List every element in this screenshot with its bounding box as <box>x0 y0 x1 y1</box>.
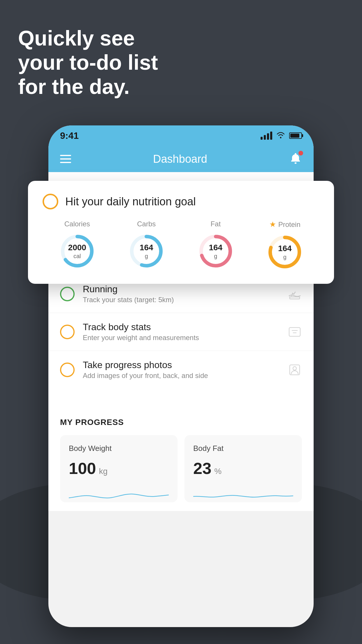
todo-text-running: Running Track your stats (target: 5km) <box>83 284 279 304</box>
progress-section: MY PROGRESS Body Weight 100 kg <box>48 406 314 511</box>
protein-value: 164 g <box>278 244 292 260</box>
header-title: Dashboard <box>153 153 207 165</box>
todo-circle-photos <box>60 363 75 377</box>
todo-name-running: Running <box>83 284 279 295</box>
todo-name-photos: Take progress photos <box>83 360 279 370</box>
todo-sub-body-stats: Enter your weight and measurements <box>83 334 279 342</box>
nutrition-card: Hit your daily nutrition goal Calories 2… <box>28 181 334 284</box>
progress-cards: Body Weight 100 kg Body Fat 23 <box>60 435 302 502</box>
body-fat-unit: % <box>214 467 222 476</box>
fat-donut: 164 g <box>197 232 235 270</box>
nutrition-carbs: Carbs 164 g <box>127 220 165 270</box>
todo-text-body-stats: Track body stats Enter your weight and m… <box>83 322 279 342</box>
fat-label: Fat <box>210 220 221 228</box>
nutrition-card-header: Hit your daily nutrition goal <box>43 194 319 209</box>
carbs-donut: 164 g <box>127 232 165 270</box>
headline-line2: your to-do list <box>18 50 158 75</box>
carbs-label: Carbs <box>137 220 156 228</box>
status-bar: 9:41 <box>48 125 314 146</box>
carbs-value: 164 g <box>140 243 153 260</box>
scale-icon <box>287 325 302 339</box>
body-weight-value: 100 kg <box>69 459 169 478</box>
progress-title: MY PROGRESS <box>60 418 302 427</box>
hamburger-menu[interactable] <box>60 155 71 163</box>
body-fat-label: Body Fat <box>193 444 293 453</box>
status-time: 9:41 <box>60 130 79 141</box>
nutrition-circles: Calories 2000 cal Carbs <box>43 220 319 271</box>
todo-list: Running Track your stats (target: 5km) T… <box>48 275 314 388</box>
svg-point-0 <box>295 162 297 164</box>
person-icon <box>287 363 302 377</box>
fat-value: 164 g <box>209 243 222 260</box>
body-fat-card[interactable]: Body Fat 23 % <box>184 435 302 502</box>
svg-rect-1 <box>289 328 300 336</box>
headline: Quickly see your to-do list for the day. <box>18 26 158 99</box>
body-weight-number: 100 <box>69 459 96 478</box>
todo-item-photos[interactable]: Take progress photos Add images of your … <box>48 351 314 388</box>
svg-point-3 <box>293 367 296 370</box>
body-weight-label: Body Weight <box>69 444 169 453</box>
calories-value: 2000 cal <box>68 243 86 260</box>
todo-item-body-stats[interactable]: Track body stats Enter your weight and m… <box>48 313 314 351</box>
signal-icon <box>261 132 272 140</box>
wifi-icon <box>276 132 285 140</box>
protein-label: ★ Protein <box>269 220 301 229</box>
status-icons <box>261 132 302 140</box>
todo-circle-body-stats <box>60 325 75 339</box>
body-weight-chart <box>69 485 169 502</box>
protein-donut: 164 g <box>266 233 304 271</box>
body-fat-chart <box>193 485 293 502</box>
body-fat-value: 23 % <box>193 459 293 478</box>
star-icon: ★ <box>269 220 276 229</box>
todo-circle-running <box>60 287 75 301</box>
nutrition-fat: Fat 164 g <box>197 220 235 270</box>
todo-name-body-stats: Track body stats <box>83 322 279 332</box>
headline-line1: Quickly see <box>18 26 158 50</box>
body-weight-card[interactable]: Body Weight 100 kg <box>60 435 178 502</box>
todo-text-photos: Take progress photos Add images of your … <box>83 360 279 380</box>
body-fat-number: 23 <box>193 459 211 478</box>
notification-dot <box>298 151 303 155</box>
todo-sub-running: Track your stats (target: 5km) <box>83 296 279 304</box>
battery-icon <box>289 132 302 139</box>
shoe-icon <box>287 287 302 301</box>
calories-donut: 2000 cal <box>58 232 96 270</box>
nutrition-calories: Calories 2000 cal <box>58 220 96 270</box>
calories-label: Calories <box>64 220 90 228</box>
body-weight-unit: kg <box>99 467 108 476</box>
nutrition-card-title: Hit your daily nutrition goal <box>65 195 196 208</box>
app-header: Dashboard <box>48 146 314 172</box>
notification-bell-icon[interactable] <box>289 152 302 166</box>
nutrition-check-circle <box>43 194 58 209</box>
todo-sub-photos: Add images of your front, back, and side <box>83 372 279 380</box>
nutrition-protein: ★ Protein 164 g <box>266 220 304 271</box>
headline-line3: for the day. <box>18 75 158 99</box>
